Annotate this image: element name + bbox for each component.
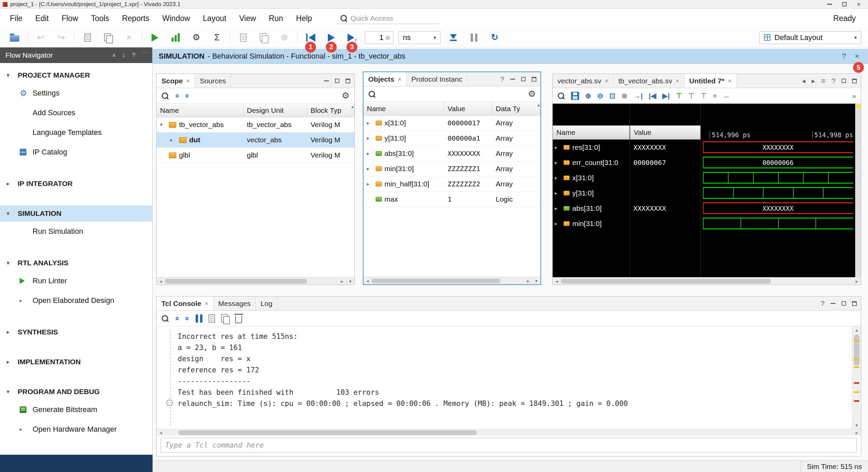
open-project-button[interactable] bbox=[7, 30, 22, 45]
swap-cursor-icon[interactable]: ↔ bbox=[723, 92, 730, 100]
hide-panel-icon[interactable] bbox=[142, 52, 147, 53]
menu-reports[interactable]: Reports bbox=[116, 9, 156, 28]
sidebar-item-run-simulation[interactable]: Run Simulation bbox=[0, 222, 152, 241]
undo-button[interactable]: ↩ bbox=[33, 30, 48, 45]
next-marker-icon[interactable]: ⊤ bbox=[701, 92, 707, 100]
scroll-up-icon[interactable]: ▴ bbox=[537, 102, 540, 107]
next-transition-icon[interactable]: ▶| bbox=[662, 92, 670, 100]
scrollbar-thumb[interactable] bbox=[178, 430, 477, 435]
horizontal-scrollbar[interactable]: ◂ ▸ ▾ bbox=[363, 277, 540, 284]
horizontal-scrollbar[interactable]: ◂ ▸ bbox=[157, 429, 861, 436]
gear-icon[interactable]: ⚙ bbox=[342, 90, 350, 101]
minimize-icon[interactable] bbox=[324, 80, 329, 81]
close-button[interactable]: × bbox=[857, 1, 861, 8]
sidebar-item-open-elaborated-design[interactable]: ▸ Open Elaborated Design bbox=[0, 291, 152, 310]
menu-help[interactable]: Help bbox=[290, 9, 318, 28]
time-unit-select[interactable]: ns ▾ bbox=[398, 31, 440, 44]
chevron-right-icon[interactable]: ▸ bbox=[367, 120, 373, 126]
help-icon[interactable]: ? bbox=[831, 77, 835, 85]
wave-signal-min[interactable]: ▸ min[31:0] bbox=[553, 216, 630, 231]
collapse-all-icon[interactable]: » bbox=[173, 316, 181, 320]
scroll-left-icon[interactable]: ◂ bbox=[157, 279, 165, 284]
maximize-icon[interactable] bbox=[852, 301, 857, 306]
minimize-button[interactable] bbox=[827, 4, 832, 5]
close-icon[interactable]: × bbox=[855, 52, 859, 61]
scroll-right-icon[interactable]: ▸ bbox=[338, 279, 346, 284]
scope-row-dut[interactable]: ▸ dut vector_abs Verilog M bbox=[157, 132, 354, 148]
tab-log[interactable]: Log bbox=[256, 296, 277, 310]
restart-simulation-button[interactable]: 1 bbox=[303, 30, 318, 45]
delete-marker-icon[interactable]: × bbox=[713, 92, 717, 100]
collapse-all-icon[interactable]: » bbox=[173, 94, 181, 98]
save-waveform-icon[interactable] bbox=[571, 92, 579, 100]
prompt-toggle-icon[interactable] bbox=[166, 399, 173, 406]
add-marker-icon[interactable]: ⊤ bbox=[676, 92, 682, 100]
chevron-right-icon[interactable]: ▸ bbox=[367, 150, 373, 157]
menu-run[interactable]: Run bbox=[262, 9, 290, 28]
wave-signal-x[interactable]: ▸ x[31:0] bbox=[553, 170, 630, 185]
chevron-right-icon[interactable]: ▸ bbox=[367, 181, 373, 187]
tab-protocol-instances[interactable]: Protocol Instanc bbox=[407, 72, 468, 86]
tab-scope[interactable]: Scope × bbox=[157, 74, 195, 88]
object-row-min-half[interactable]: ▸ min_half[31:0] ZZZZZZZ2 Array bbox=[363, 177, 540, 192]
sidebar-section-program-and-debug[interactable]: ▾ PROGRAM AND DEBUG bbox=[0, 384, 152, 400]
chevron-right-icon[interactable]: ▸ bbox=[555, 205, 561, 211]
wave-signal-abs[interactable]: ▸ abs[31:0] bbox=[553, 201, 630, 216]
wave-signal-res[interactable]: ▸ res[31:0] bbox=[553, 140, 630, 155]
clear-console-icon[interactable] bbox=[235, 316, 242, 323]
menu-tools[interactable]: Tools bbox=[84, 9, 116, 28]
copy-button[interactable] bbox=[100, 30, 116, 45]
scroll-left-icon[interactable]: ◂ bbox=[553, 279, 561, 284]
close-icon[interactable]: × bbox=[728, 77, 731, 85]
scroll-right-icon[interactable]: ▸ bbox=[524, 278, 532, 284]
sidebar-section-rtl-analysis[interactable]: ▾ RTL ANALYSIS bbox=[0, 255, 152, 271]
report-sum-button[interactable]: Σ bbox=[209, 30, 225, 45]
copy-all-icon[interactable] bbox=[221, 314, 229, 323]
menu-edit[interactable]: Edit bbox=[29, 9, 55, 28]
scroll-right-icon[interactable]: ▸ bbox=[853, 279, 861, 284]
tcl-command-input[interactable] bbox=[165, 441, 852, 449]
chevron-down-icon[interactable]: ▾ bbox=[160, 122, 166, 128]
wave-value-header[interactable]: Value bbox=[630, 125, 701, 140]
wave-plot-area[interactable]: 514,996 ps 514,998 ps XXXXXXXX 00000066 bbox=[701, 104, 855, 277]
menu-window[interactable]: Window bbox=[156, 9, 197, 28]
run-flow-button[interactable] bbox=[147, 30, 163, 45]
column-header[interactable]: Name bbox=[160, 106, 179, 115]
scroll-down-icon[interactable]: ▾ bbox=[346, 279, 354, 284]
layout-select[interactable]: Default Layout ▾ bbox=[760, 31, 861, 44]
minimize-icon[interactable] bbox=[510, 79, 515, 80]
menu-view[interactable]: View bbox=[233, 9, 262, 28]
scroll-up-icon[interactable]: ▴ bbox=[351, 104, 354, 109]
simulation-time-field[interactable]: ⊗ bbox=[365, 31, 393, 44]
sidebar-item-run-linter[interactable]: Run Linter bbox=[0, 271, 152, 291]
object-row-min[interactable]: ▸ min[31:0] ZZZZZZZ1 Array bbox=[363, 161, 540, 177]
crosshair-off-icon[interactable]: ⊗ bbox=[622, 92, 628, 100]
search-icon[interactable] bbox=[557, 92, 565, 100]
scroll-down-icon[interactable]: ▾ bbox=[852, 423, 861, 428]
column-header[interactable]: Data Ty bbox=[496, 105, 520, 113]
scrollbar-thumb[interactable] bbox=[561, 279, 771, 284]
column-header[interactable]: Block Typ bbox=[311, 106, 341, 115]
quick-access-search[interactable] bbox=[337, 13, 439, 24]
quick-access-input[interactable] bbox=[350, 14, 436, 22]
tab-untitled-7[interactable]: Untitled 7* × bbox=[685, 74, 737, 88]
chevron-right-icon[interactable]: ▸ bbox=[555, 190, 561, 196]
close-icon[interactable]: × bbox=[186, 77, 190, 85]
step-button[interactable] bbox=[446, 30, 461, 45]
search-icon[interactable] bbox=[161, 315, 169, 322]
close-icon[interactable]: × bbox=[675, 77, 679, 85]
zoom-out-icon[interactable]: ⊖ bbox=[597, 92, 604, 100]
tab-tb-vector-abs-sv[interactable]: tb_vector_abs.sv × bbox=[614, 74, 685, 88]
close-icon[interactable]: × bbox=[398, 76, 401, 83]
relaunch-simulation-button[interactable]: ↻ bbox=[487, 30, 502, 45]
pause-button[interactable] bbox=[466, 30, 482, 45]
sidebar-section-project-manager[interactable]: ▾ PROJECT MANAGER bbox=[0, 67, 152, 83]
disabled-tool-1[interactable] bbox=[235, 30, 251, 45]
scroll-up-icon[interactable]: ▴ bbox=[852, 327, 861, 333]
maximize-button[interactable] bbox=[842, 2, 847, 6]
menu-file[interactable]: File bbox=[3, 9, 29, 28]
sidebar-item-add-sources[interactable]: Add Sources bbox=[0, 103, 152, 123]
delete-button[interactable]: × bbox=[121, 30, 137, 45]
tab-scroll-right-icon[interactable]: ▸ bbox=[812, 77, 815, 85]
column-header[interactable]: Value bbox=[448, 105, 465, 113]
